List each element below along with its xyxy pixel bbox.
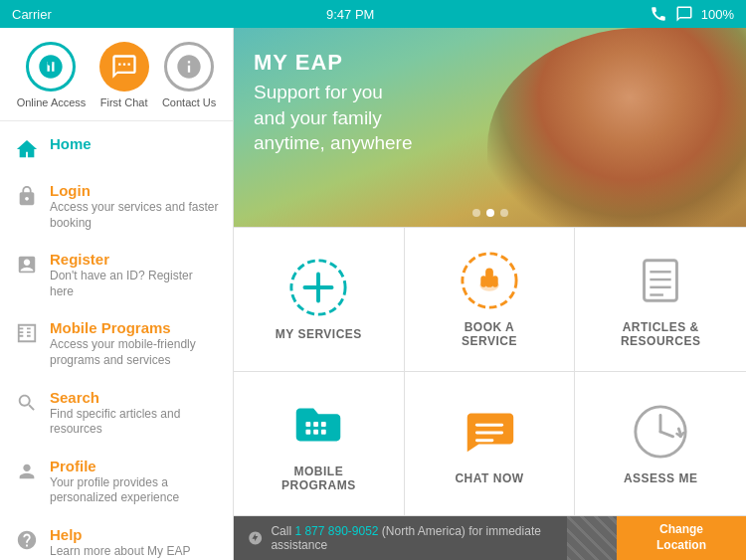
grid-my-services[interactable]: MY SERVICES [234,228,405,372]
articles-label: ARTICLES &RESOURCES [621,320,701,348]
sidebar-item-profile[interactable]: Profile Your profile provides a personal… [0,448,233,516]
register-nav-title: Register [50,251,219,268]
status-bar-right: 100% [650,5,734,23]
svg-rect-15 [321,422,326,427]
main-container: Online Access First Chat Contact U [0,28,746,560]
search-nav-title: Search [50,389,219,406]
sidebar-item-help[interactable]: Help Learn more about My EAP [0,516,233,560]
phone-icon [650,5,667,23]
assess-me-label: ASSESS ME [624,471,698,485]
book-service-icon [460,251,519,310]
mobile-programs-nav-title: Mobile Programs [50,319,219,336]
hero-dot-3 [500,209,508,217]
online-access-icon [26,42,76,92]
my-services-label: MY SERVICES [276,327,362,341]
hero-title: MY EAP [254,50,412,76]
profile-icon [14,459,40,484]
status-bar: Carrier 9:47 PM 100% [0,0,746,28]
mobile-programs-grid-label: MOBILEPROGRAMS [281,465,356,492]
hero-dot-1 [472,209,480,217]
help-icon [14,527,40,553]
login-nav-title: Login [50,182,219,199]
sidebar-contact-us[interactable]: Contact Us [162,42,216,108]
sidebar-item-register[interactable]: Register Don't have an ID? Register here [0,241,233,309]
pattern-divider [567,516,617,560]
register-icon [14,252,40,278]
bottom-bar: Call 1 877 890-9052 (North America) for … [234,516,746,560]
svg-rect-18 [321,430,326,435]
contact-us-label: Contact Us [162,96,216,108]
sidebar-first-chat[interactable]: First Chat [99,42,149,108]
sidebar-top-icons: Online Access First Chat Contact U [0,28,233,121]
profile-nav-title: Profile [50,458,219,474]
mobile-programs-grid-icon [288,395,348,455]
hero-dots [472,209,508,217]
contact-us-icon [164,42,214,92]
sidebar-item-search[interactable]: Search Find specific articles and resour… [0,379,233,448]
profile-nav-desc: Your profile provides a personalized exp… [50,475,219,506]
first-chat-icon [99,42,149,92]
svg-rect-13 [306,422,311,427]
assess-me-icon [631,402,690,462]
mobile-programs-nav-desc: Access your mobile-friendly programs and… [50,337,219,368]
chat-icon [675,5,693,23]
home-nav-title: Home [50,135,92,152]
grid-book-service[interactable]: BOOK ASERVICE [405,228,576,372]
home-icon [14,136,40,162]
help-nav-desc: Learn more about My EAP [50,544,190,560]
call-text: Call 1 877 890-9052 (North America) for … [271,524,553,552]
online-access-label: Online Access [17,96,87,108]
sidebar-item-login[interactable]: Login Access your services and faster bo… [0,172,233,241]
hero-subtitle: Support for youand your familyanytime, a… [254,80,412,156]
svg-rect-7 [492,276,498,287]
grid-chat-now[interactable]: CHAT NOW [405,372,576,516]
services-grid: MY SERVICES BOOK ASERVICE [234,227,746,516]
carrier-label: Carrier [12,7,52,22]
hero-dot-2 [486,209,494,217]
help-nav-title: Help [50,526,190,543]
change-location-button[interactable]: ChangeLocation [617,516,746,560]
search-icon [14,390,40,416]
search-nav-desc: Find specific articles and resources [50,407,219,438]
sidebar-online-access[interactable]: Online Access [17,42,87,108]
book-service-label: BOOK ASERVICE [462,320,517,348]
phone-number: 1 877 890-9052 [294,524,378,538]
battery-label: 100% [701,7,734,22]
mobile-programs-icon [14,320,40,346]
hero-banner: MY EAP Support for youand your familyany… [234,28,746,227]
login-nav-desc: Access your services and faster booking [50,200,219,231]
call-info[interactable]: Call 1 877 890-9052 (North America) for … [234,516,567,560]
time-label: 9:47 PM [326,7,374,22]
content-area: MY EAP Support for youand your familyany… [234,28,746,560]
svg-rect-16 [306,430,311,435]
grid-assess-me[interactable]: ASSESS ME [575,372,746,516]
chat-now-icon [460,402,519,462]
register-nav-desc: Don't have an ID? Register here [50,269,219,299]
svg-line-24 [660,432,673,437]
svg-rect-14 [313,422,318,427]
svg-rect-17 [313,430,318,435]
articles-icon [631,251,690,310]
first-chat-label: First Chat [100,96,148,108]
lock-icon [14,183,40,209]
no-entry-icon [248,529,263,547]
sidebar: Online Access First Chat Contact U [0,28,234,560]
my-services-icon [288,258,348,317]
chat-now-label: CHAT NOW [455,471,523,485]
sidebar-item-mobile-programs[interactable]: Mobile Programs Access your mobile-frien… [0,309,233,378]
sidebar-item-home[interactable]: Home [0,125,233,172]
change-location-label: ChangeLocation [656,522,706,553]
hero-text: MY EAP Support for youand your familyany… [254,50,412,156]
nav-items: Home Login Access your services and fast… [0,121,233,560]
grid-articles-resources[interactable]: ARTICLES &RESOURCES [575,228,746,372]
grid-mobile-programs[interactable]: MOBILEPROGRAMS [234,372,405,516]
svg-rect-5 [485,268,493,286]
svg-rect-6 [480,276,486,287]
